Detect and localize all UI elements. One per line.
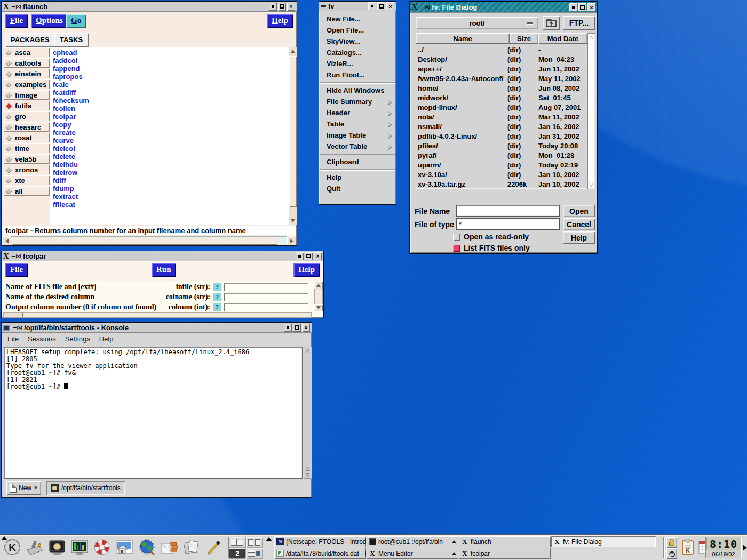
scroll-down-icon[interactable]: ▽ <box>306 472 310 478</box>
help-menu-button[interactable]: Help <box>267 14 293 28</box>
fcolpar-horizontal-scrollbar[interactable] <box>3 312 312 318</box>
maximize-button[interactable] <box>578 3 586 11</box>
task-link[interactable]: fappend <box>53 65 289 73</box>
close-button[interactable]: × <box>287 3 295 11</box>
task-link[interactable]: ffilecat <box>53 201 289 209</box>
taskbar-hide-arrow-icon[interactable] <box>266 537 272 541</box>
parameter-help-button[interactable]: ? <box>213 293 221 301</box>
file-row[interactable]: xv-3.10a.tar.gz 2206k Jan 10, 2002 <box>416 179 587 189</box>
pager-desktop-3[interactable] <box>246 537 263 548</box>
menu-item[interactable]: SkyView... <box>319 36 396 47</box>
file-name-input[interactable] <box>456 205 560 217</box>
task-link[interactable]: faddcol <box>53 57 289 65</box>
maximize-button[interactable] <box>278 3 286 11</box>
task-link[interactable]: fchecksum <box>53 97 289 105</box>
scroll-down-button[interactable] <box>314 304 323 311</box>
tab-packages[interactable]: PACKAGES <box>5 33 55 46</box>
package-button[interactable]: all <box>4 186 50 196</box>
task-link[interactable]: cphead <box>53 49 289 57</box>
home-launcher[interactable] <box>114 537 134 557</box>
menu-item[interactable]: File Summary <box>319 96 396 107</box>
menu-item[interactable]: VizieR... <box>319 58 396 69</box>
menu-item[interactable]: Quit <box>319 183 396 194</box>
fits-only-checkbox[interactable] <box>453 245 460 252</box>
open-button[interactable]: Open <box>563 205 595 217</box>
package-button[interactable]: einstein <box>4 69 50 78</box>
clock-widget[interactable]: 8:10 06/19/02 <box>705 537 742 558</box>
package-button[interactable]: rosat <box>4 133 50 142</box>
terminal-scrollbar[interactable]: △ △ ▽ <box>304 347 312 479</box>
minimize-button[interactable] <box>296 252 304 260</box>
task-link[interactable]: fdelcol <box>53 145 289 153</box>
file-row[interactable]: nola/ (dir) Mar 11, 2002 <box>416 112 587 122</box>
scroll-up-icon[interactable]: △ <box>306 348 310 354</box>
fcolpar-scrollbar[interactable] <box>314 282 323 311</box>
package-button[interactable]: caltools <box>4 58 50 68</box>
maximize-button[interactable] <box>293 324 301 332</box>
menu-item[interactable]: Catalogs... <box>319 47 396 58</box>
scroll-left-button[interactable] <box>2 236 11 245</box>
maximize-button[interactable] <box>305 252 313 260</box>
k-menu-button[interactable]: K <box>2 537 22 557</box>
file-row[interactable]: uparm/ (dir) Today 02:19 <box>416 160 587 170</box>
panel-hide-arrow-right-icon[interactable] <box>743 545 747 550</box>
task-link[interactable]: fdelhdu <box>53 161 289 169</box>
help-menu-button[interactable]: Help <box>293 263 320 277</box>
file-menu-button[interactable]: File <box>5 263 28 277</box>
file-dialog-titlebar[interactable]: X −⋈ fv: File Dialog × <box>410 2 597 13</box>
window-menu-icon[interactable] <box>321 5 326 7</box>
writer-launcher[interactable] <box>204 537 224 557</box>
mail-launcher[interactable] <box>159 537 179 557</box>
options-menu-button[interactable]: Options <box>31 14 68 28</box>
klipper-tray-button[interactable]: K <box>680 539 696 555</box>
pager-desktop-1[interactable] <box>229 537 245 548</box>
file-menu-button[interactable]: File <box>5 14 28 28</box>
task-link[interactable]: fapropos <box>53 73 289 81</box>
scroll-down-button[interactable] <box>289 217 297 225</box>
package-button[interactable]: examples <box>4 79 50 89</box>
file-row[interactable]: Desktop/ (dir) Mon 04:23 <box>416 54 587 64</box>
task-link[interactable]: fcopy <box>53 121 289 129</box>
menu-item[interactable]: Open File... <box>319 25 396 36</box>
package-button[interactable]: xte <box>4 175 50 185</box>
taskbar-button[interactable]: (Netscape: FTOOLS - Introductio <box>274 536 366 547</box>
parameter-input[interactable] <box>224 303 308 311</box>
go-button[interactable]: Go <box>66 14 86 28</box>
run-button[interactable]: Run <box>152 263 176 277</box>
ftp-button[interactable]: FTP... <box>563 16 595 30</box>
terminal[interactable]: LHEASOFT setup complete: using /opt/lfa/… <box>4 347 303 479</box>
task-link[interactable]: fextract <box>53 193 289 201</box>
up-directory-button[interactable] <box>543 16 560 30</box>
column-header-moddate[interactable]: Mod Date <box>538 33 587 44</box>
parameter-input[interactable] <box>224 293 308 301</box>
menu-item[interactable]: Run Ftool... <box>319 69 396 81</box>
file-row[interactable]: xv-3.10a/ (dir) Jan 10, 2002 <box>416 170 587 179</box>
menu-item[interactable]: New File... <box>319 13 396 25</box>
task-link[interactable]: fcalc <box>53 81 289 89</box>
read-only-checkbox[interactable] <box>453 234 460 241</box>
menu-item[interactable]: Hide All Windows <box>319 85 396 96</box>
package-button[interactable]: fimage <box>4 90 50 100</box>
taskbar-button[interactable] <box>551 548 656 559</box>
task-link[interactable]: fdump <box>53 185 289 193</box>
desktop-pager[interactable]: 2 <box>228 537 263 558</box>
minimize-button[interactable] <box>284 324 292 332</box>
package-button[interactable]: asca <box>4 47 50 57</box>
taskbar-button[interactable]: fv: File Dialog <box>551 536 656 547</box>
new-session-button[interactable]: New <box>6 481 41 495</box>
flaunch-titlebar[interactable]: X −⋈ flaunch × <box>2 2 297 12</box>
parameter-input[interactable] <box>224 283 308 291</box>
desk-launcher[interactable] <box>25 537 45 557</box>
close-button[interactable]: × <box>314 252 322 260</box>
scrollbar-thumb[interactable] <box>289 56 297 207</box>
scroll-up-icon[interactable]: △ <box>306 466 310 471</box>
scroll-down-icon[interactable]: ▽ <box>589 182 593 188</box>
task-link[interactable]: fdiff <box>53 177 289 185</box>
notes-launcher[interactable] <box>181 537 202 557</box>
lock-screen-button[interactable] <box>666 537 677 548</box>
minimize-button[interactable] <box>569 3 577 11</box>
taskbar-button[interactable]: root@cub1 :/opt/lfa/bin <box>367 536 458 547</box>
fv-titlebar[interactable]: fv × <box>319 2 396 11</box>
taskbar-button[interactable]: Menu Editor <box>367 548 458 559</box>
close-button[interactable]: × <box>386 2 394 10</box>
